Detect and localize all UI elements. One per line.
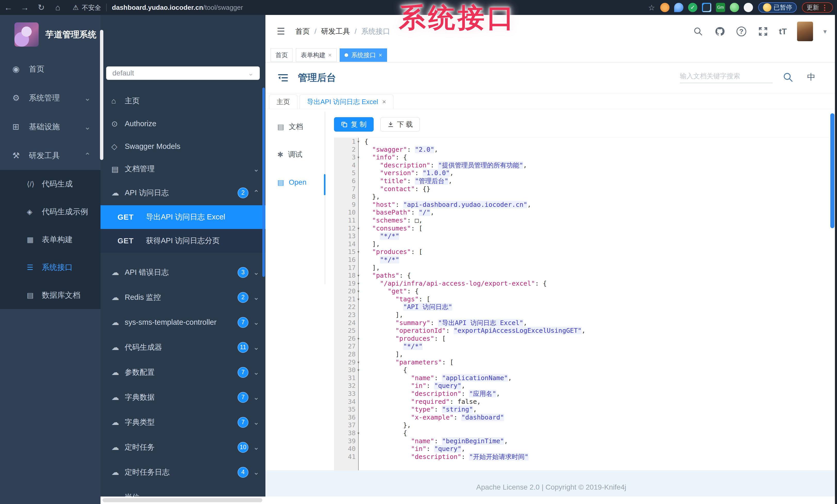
search-icon[interactable] — [692, 26, 704, 37]
shield-icon: ◈ — [27, 208, 42, 216]
breadcrumb-item[interactable]: 研发工具 — [321, 26, 350, 36]
sidebar-item-基础设施[interactable]: ⊞基础设施⌄ — [0, 112, 101, 141]
side-tab-文档[interactable]: ▤文档 — [265, 117, 325, 136]
tree-item-字典类型[interactable]: ☁字典类型7⌄ — [101, 410, 265, 435]
site-security[interactable]: ⚠ 不安全 — [73, 3, 101, 12]
page-scrollbar[interactable] — [830, 113, 834, 228]
download-button[interactable]: 下 载 — [380, 117, 420, 132]
tree-item-字典数据[interactable]: ☁字典数据7⌄ — [101, 385, 265, 410]
doc-search-input[interactable] — [680, 72, 772, 80]
line-number: 19▾ — [334, 280, 358, 288]
sidebar-item-label: 系统管理 — [29, 93, 60, 103]
blue-grid-extension-icon[interactable] — [702, 3, 711, 12]
count-badge: 3 — [237, 267, 248, 278]
fold-icon[interactable]: ▾ — [355, 335, 360, 343]
endpoint-导出API 访问日志 Excel[interactable]: GET导出API 访问日志 Excel — [101, 205, 265, 229]
gm-extension-icon[interactable]: Gm — [716, 3, 725, 12]
github-icon[interactable] — [714, 26, 726, 37]
fold-icon[interactable]: ▾ — [355, 225, 360, 232]
tree-item-Redis 监控[interactable]: ☁Redis 监控2⌄ — [101, 285, 265, 310]
user-avatar[interactable] — [797, 22, 813, 41]
language-toggle[interactable]: 中 — [807, 72, 815, 83]
update-button[interactable]: 更新 ⋮ — [802, 2, 833, 13]
sidebar-subitem-系统接口[interactable]: ☰系统接口 — [0, 254, 101, 281]
fullscreen-icon[interactable] — [758, 26, 769, 37]
tag-系统接口[interactable]: 系统接口× — [340, 49, 387, 62]
collapse-sidebar-icon[interactable] — [277, 73, 289, 82]
back-icon[interactable]: ← — [0, 3, 17, 12]
horizontal-scrollbar[interactable] — [103, 498, 262, 502]
sidebar-item-系统管理[interactable]: ⚙系统管理⌄ — [0, 83, 101, 112]
tree-item-Authorize[interactable]: ⊙Authorize — [101, 112, 265, 135]
home-icon: ⌂ — [111, 97, 125, 105]
fold-icon[interactable]: ▾ — [355, 138, 360, 146]
sidebar-subitem-数据库文档[interactable]: ▤数据库文档 — [0, 281, 101, 309]
sidebar-scrollbar[interactable] — [100, 30, 103, 160]
code-editor[interactable]: 1▾23▾456789101112▾131415▾161718▾19▾20▾21… — [334, 137, 829, 470]
fold-icon[interactable]: ▾ — [355, 280, 360, 288]
green-leaf-extension-icon[interactable] — [730, 3, 739, 12]
tree-item-主页[interactable]: ⌂主页 — [101, 90, 265, 112]
hamburger-icon[interactable]: ☰ — [277, 26, 285, 37]
breadcrumb-item[interactable]: 首页 — [295, 26, 310, 36]
code-line: "summary": "导出API 访问日志 Excel", — [364, 319, 829, 327]
blue-drop-extension-icon[interactable] — [674, 3, 683, 12]
bookmark-star-icon[interactable]: ☆ — [648, 3, 655, 12]
fold-icon[interactable]: ▾ — [355, 248, 360, 256]
fold-icon[interactable]: ▾ — [355, 358, 360, 367]
doc-search-field[interactable] — [680, 72, 772, 83]
side-tab-Open[interactable]: ▤Open — [265, 172, 325, 192]
endpoint-获得API 访问日志分页[interactable]: GET获得API 访问日志分页 — [101, 229, 265, 253]
sidebar-subitem-表单构建[interactable]: ▦表单构建 — [0, 226, 101, 254]
fold-icon[interactable]: ▾ — [355, 295, 360, 303]
side-tab-调试[interactable]: ✱调试 — [265, 145, 325, 164]
sidebar-subitem-代码生成[interactable]: ⟨/⟩代码生成 — [0, 170, 101, 198]
browser-home-icon[interactable]: ⌂ — [50, 3, 66, 12]
doc-tab-导出API 访问日志 Excel[interactable]: 导出API 访问日志 Excel× — [300, 94, 393, 109]
forward-icon[interactable]: → — [17, 3, 33, 12]
green-check-extension-icon[interactable]: ✓ — [688, 3, 697, 12]
tree-item-代码生成器[interactable]: ☁代码生成器11⌄ — [101, 335, 265, 360]
tree-item-Swagger Models[interactable]: ◇Swagger Models — [101, 135, 265, 157]
tag-表单构建[interactable]: 表单构建× — [296, 49, 337, 62]
doc-search-icon[interactable] — [783, 72, 793, 82]
fold-icon[interactable]: ▾ — [355, 287, 360, 295]
paw-extension-icon[interactable] — [744, 3, 753, 12]
fold-icon[interactable]: ▾ — [355, 366, 360, 374]
tree-item-API 访问日志[interactable]: ☁API 访问日志2⌃ — [101, 180, 265, 205]
help-icon[interactable]: ? — [736, 26, 747, 37]
fold-icon[interactable]: ▾ — [355, 429, 360, 437]
fontsize-icon[interactable]: tT — [779, 27, 787, 36]
address-bar[interactable]: dashboard.yudao.iocoder.cn/tool/swagger — [112, 4, 243, 12]
line-number: 7 — [334, 185, 358, 193]
app-logo-row[interactable]: 芋道管理系统 — [0, 15, 101, 46]
tag-首页[interactable]: 首页 — [271, 49, 293, 62]
tree-item-定时任务[interactable]: ☁定时任务10⌄ — [101, 435, 265, 460]
sidebar-subitem-代码生成示例[interactable]: ◈代码生成示例 — [0, 198, 101, 226]
tag-label: 系统接口 — [351, 51, 376, 59]
api-group-select[interactable]: default ⌄ — [106, 67, 260, 80]
tree-item-API 错误日志[interactable]: ☁API 错误日志3⌄ — [101, 260, 265, 285]
cloud-icon: ☁ — [111, 343, 125, 352]
browser-menu-icon[interactable]: ⋮ — [821, 3, 828, 12]
debug-icon: ✱ — [277, 150, 283, 159]
fold-icon[interactable]: ▾ — [355, 272, 360, 280]
doc-sidebar-scrollbar[interactable] — [262, 88, 265, 277]
tree-item-定时任务日志[interactable]: ☁定时任务日志4⌄ — [101, 460, 265, 485]
avatar-caret-icon[interactable]: ▾ — [823, 27, 827, 36]
tree-item-文档管理[interactable]: ▤文档管理⌄ — [101, 157, 265, 180]
sidebar-item-研发工具[interactable]: ⚒研发工具⌃ — [0, 141, 101, 170]
reload-icon[interactable]: ↻ — [33, 3, 50, 12]
close-icon[interactable]: × — [378, 52, 382, 59]
tree-item-sys-sms-template-controller[interactable]: ☁sys-sms-template-controller7⌄ — [101, 310, 265, 335]
close-icon[interactable]: × — [328, 52, 332, 59]
orange-extension-icon[interactable] — [660, 3, 670, 12]
doc-tab-主页[interactable]: 主页 — [269, 94, 297, 109]
tree-item-参数配置[interactable]: ☁参数配置7⌄ — [101, 360, 265, 385]
fold-icon[interactable]: ▾ — [355, 153, 360, 162]
chevron-down-icon: ⌄ — [84, 93, 91, 102]
paused-badge[interactable]: 已暂停 — [758, 2, 797, 13]
copy-button[interactable]: 复 制 — [334, 117, 374, 132]
close-icon[interactable]: × — [382, 98, 386, 106]
sidebar-item-首页[interactable]: ◉首页 — [0, 55, 101, 83]
